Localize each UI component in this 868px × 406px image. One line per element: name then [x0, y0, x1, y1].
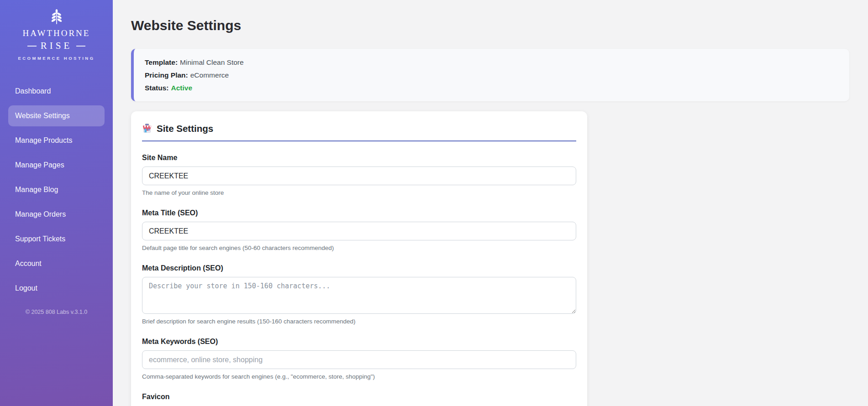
help-meta-title: Default page title for search engines (5…	[142, 245, 576, 252]
help-site-name: The name of your online store	[142, 189, 576, 197]
store-icon	[142, 124, 152, 134]
field-label-site-name: Site Name	[142, 153, 576, 162]
sidebar-copyright: © 2025 808 Labs v.3.1.0	[0, 309, 113, 315]
site-info-box: Template:Minimal Clean Store Pricing Pla…	[131, 49, 849, 101]
brand-logo: HAWTHORNE RISE ECOMMERCE HOSTING	[0, 0, 113, 61]
card-header: Site Settings	[142, 123, 576, 141]
field-label-meta-description: Meta Description (SEO)	[142, 264, 576, 272]
field-label-favicon: Favicon	[142, 392, 576, 401]
sidebar-item-dashboard[interactable]: Dashboard	[0, 81, 113, 102]
sidebar-item-support-tickets[interactable]: Support Tickets	[0, 229, 113, 250]
sidebar-item-manage-blog[interactable]: Manage Blog	[0, 179, 113, 200]
info-row-status: Status:Active	[145, 83, 838, 92]
main-content: Website Settings Template:Minimal Clean …	[113, 0, 868, 406]
page-title: Website Settings	[131, 17, 850, 34]
sidebar-item-manage-orders[interactable]: Manage Orders	[0, 204, 113, 225]
field-label-meta-keywords: Meta Keywords (SEO)	[142, 337, 576, 346]
sidebar-item-manage-products[interactable]: Manage Products	[0, 130, 113, 151]
status-badge: Active	[171, 84, 193, 92]
card-title: Site Settings	[157, 123, 213, 134]
sidebar-item-manage-pages[interactable]: Manage Pages	[0, 155, 113, 176]
rise-dash	[27, 46, 37, 47]
info-value-template: Minimal Clean Store	[180, 58, 244, 66]
leaf-icon	[50, 9, 63, 25]
meta-keywords-input[interactable]	[142, 350, 576, 369]
sidebar: HAWTHORNE RISE ECOMMERCE HOSTING Dashboa…	[0, 0, 113, 406]
brand-tagline: ECOMMERCE HOSTING	[5, 56, 108, 61]
info-label-template: Template:	[145, 58, 178, 66]
meta-title-input[interactable]	[142, 222, 576, 240]
field-label-meta-title: Meta Title (SEO)	[142, 208, 576, 217]
info-row-pricing-plan: Pricing Plan:eCommerce	[145, 71, 838, 79]
info-label-pricing-plan: Pricing Plan:	[145, 71, 188, 79]
site-name-input[interactable]	[142, 167, 576, 185]
brand-name-line2: RISE	[41, 40, 73, 52]
brand-name-line2-row: RISE	[5, 40, 108, 52]
info-value-pricing-plan: eCommerce	[190, 71, 229, 79]
brand-name-line1: HAWTHORNE	[5, 28, 108, 38]
sidebar-nav: Dashboard Website Settings Manage Produc…	[0, 81, 113, 299]
help-meta-keywords: Comma-separated keywords for search engi…	[142, 373, 576, 380]
info-row-template: Template:Minimal Clean Store	[145, 58, 838, 67]
info-label-status: Status:	[145, 84, 169, 92]
sidebar-item-account[interactable]: Account	[0, 253, 113, 274]
app-root: HAWTHORNE RISE ECOMMERCE HOSTING Dashboa…	[0, 0, 868, 406]
rise-dash	[76, 46, 85, 47]
meta-description-textarea[interactable]	[142, 277, 576, 314]
site-settings-card: Site Settings Site Name The name of your…	[131, 111, 587, 406]
help-meta-description: Brief description for search engine resu…	[142, 318, 576, 325]
sidebar-item-website-settings[interactable]: Website Settings	[8, 105, 105, 126]
sidebar-item-logout[interactable]: Logout	[0, 278, 113, 299]
